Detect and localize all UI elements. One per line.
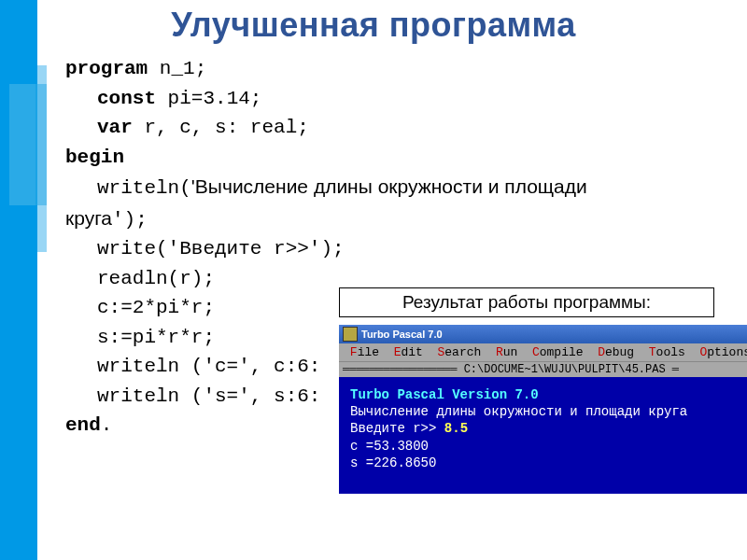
output-area: Turbo Pascal Version 7.0 Вычисление длин… xyxy=(339,377,747,494)
code-string: круга xyxy=(65,207,112,229)
output-text: Введите r>> xyxy=(350,421,444,436)
slide-title: Улучшенная программа xyxy=(0,0,747,49)
code-text: readln(r); xyxy=(97,268,215,289)
code-string: 'Вычисление длины окружности и площади xyxy=(191,175,587,197)
code-text: n_1; xyxy=(148,58,206,79)
file-path: C:\DOCUME~1\WUJU\PULPIT\45.PAS xyxy=(464,363,666,376)
output-input-value: 8.5 xyxy=(444,421,468,436)
code-text: writeln ('c=', c:6: xyxy=(97,356,320,377)
code-text: . xyxy=(101,414,113,436)
code-text: r, c, s: real; xyxy=(133,117,309,138)
window-icon xyxy=(343,327,358,342)
path-bar: ═════════════════ C:\DOCUME~1\WUJU\PULPI… xyxy=(339,361,747,377)
kw-program: program xyxy=(65,58,148,79)
output-line: Turbo Pascal Version 7.0 xyxy=(350,386,736,403)
menu-bar: FFileile Edit Search Run Compile Debug T… xyxy=(339,343,747,361)
window-titlebar: Turbo Pascal 7.0 xyxy=(339,325,747,343)
output-line: Вычисление длины окружности и площади кр… xyxy=(350,403,736,420)
code-text: c:=2*pi*r; xyxy=(97,297,215,318)
left-accent-overlay-2 xyxy=(35,65,47,252)
code-text: writeln( xyxy=(97,177,191,199)
kw-end: end xyxy=(65,414,101,436)
kw-var: var xyxy=(97,117,133,138)
code-text: pi=3.14; xyxy=(156,88,261,109)
window-title: Turbo Pascal 7.0 xyxy=(361,329,443,340)
kw-const: const xyxy=(97,88,156,109)
code-text: write('Введите r>>'); xyxy=(97,238,345,259)
turbo-pascal-window: Turbo Pascal 7.0 FFileile Edit Search Ru… xyxy=(339,325,747,494)
code-text: '); xyxy=(112,209,148,231)
output-line: c =53.3800 xyxy=(350,438,736,455)
code-text: s:=pi*r*r; xyxy=(97,327,215,348)
output-line: s =226.8650 xyxy=(350,455,736,471)
code-text: writeln ('s=', s:6: xyxy=(97,385,320,407)
kw-begin: begin xyxy=(65,147,124,168)
result-label: Результат работы программы: xyxy=(339,287,714,317)
